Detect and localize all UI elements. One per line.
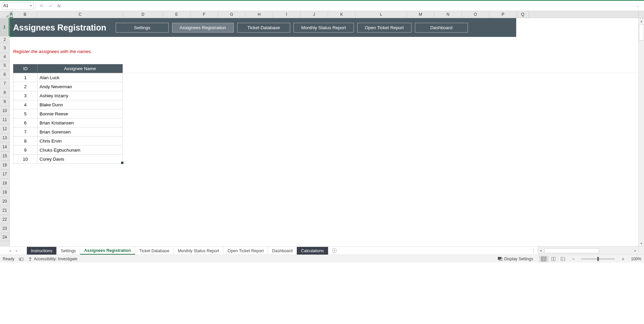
col-header-F[interactable]: F xyxy=(191,11,218,18)
col-header-I[interactable]: I xyxy=(273,11,301,18)
formula-bar-expand-icon[interactable]: ⌄ xyxy=(635,3,641,9)
col-header-L[interactable]: L xyxy=(356,11,407,18)
tab-nav-next-icon[interactable]: ▸ xyxy=(16,249,18,253)
cell-id[interactable]: 4 xyxy=(13,100,38,109)
cell-id[interactable]: 2 xyxy=(13,82,38,91)
table-row[interactable]: 7Brian Sorensen xyxy=(13,127,123,137)
confirm-formula-button[interactable]: ✓ xyxy=(47,2,55,9)
row-header-20[interactable]: 20 xyxy=(0,197,9,206)
sheet-tab-calculations[interactable]: Calculations xyxy=(297,247,328,255)
zoom-out-button[interactable]: − xyxy=(571,256,576,262)
tab-menu-icon[interactable]: ⋮ xyxy=(530,247,538,255)
table-row[interactable]: 1Alan Luck xyxy=(13,73,123,82)
row-header-5[interactable]: 5 xyxy=(0,61,9,70)
scroll-down-icon[interactable]: ▾ xyxy=(639,240,644,246)
horizontal-scrollbar[interactable]: ◂ ▸ xyxy=(538,247,638,255)
hscroll-track[interactable] xyxy=(544,248,633,254)
sheet-tab-assignees-registration[interactable]: Assignees Registration xyxy=(80,247,135,255)
row-header-18[interactable]: 18 xyxy=(0,179,9,188)
tab-nav-prev-icon[interactable]: ◂ xyxy=(9,249,11,253)
table-row[interactable]: 5Bonnie Reese xyxy=(13,109,123,118)
sheet-tab-monthly-status-report[interactable]: Monthly Status Report xyxy=(174,247,224,255)
fx-icon[interactable]: fx xyxy=(57,3,61,8)
cell-id[interactable]: 8 xyxy=(13,137,38,146)
col-header-Q[interactable]: Q xyxy=(517,11,529,18)
row-header-19[interactable]: 19 xyxy=(0,188,9,197)
col-header-A[interactable]: A xyxy=(10,11,13,18)
row-header-10[interactable]: 10 xyxy=(0,106,9,115)
col-header-D[interactable]: D xyxy=(123,11,163,18)
zoom-level[interactable]: 100% xyxy=(631,257,641,261)
row-header-16[interactable]: 16 xyxy=(0,161,9,170)
cell-name[interactable]: Andy Neverman xyxy=(38,82,123,91)
col-header-M[interactable]: M xyxy=(407,11,434,18)
row-header-14[interactable]: 14 xyxy=(0,143,9,152)
view-page-layout-button[interactable] xyxy=(548,256,558,262)
col-header-H[interactable]: H xyxy=(246,11,273,18)
cell-id[interactable]: 6 xyxy=(13,118,38,127)
row-header-2[interactable]: 2 xyxy=(0,36,9,43)
cell-name[interactable]: Blake Dunn xyxy=(38,100,123,109)
zoom-in-button[interactable]: + xyxy=(620,256,626,262)
accessibility-status[interactable]: Accessibility: Investigate xyxy=(28,257,77,261)
sheet-tab-ticket-database[interactable]: Ticket Database xyxy=(135,247,174,255)
col-header-O[interactable]: O xyxy=(462,11,489,18)
zoom-slider[interactable] xyxy=(581,258,615,260)
row-header-23[interactable]: 23 xyxy=(0,224,9,233)
scroll-up-icon[interactable]: ▴ xyxy=(639,18,644,24)
col-header-name[interactable]: Assignee Name xyxy=(38,64,123,73)
table-row[interactable]: 3Ashley Irizarry xyxy=(13,91,123,100)
row-header-24[interactable]: 24 xyxy=(0,233,9,241)
cell-name[interactable]: Chris Ervin xyxy=(38,137,123,146)
nav-button-monthly-status-report[interactable]: Monthly Status Report xyxy=(293,23,354,33)
scroll-right-icon[interactable]: ▸ xyxy=(633,248,638,254)
row-header-22[interactable]: 22 xyxy=(0,215,9,224)
select-all-corner[interactable] xyxy=(0,11,10,18)
cell-name[interactable]: Bonnie Reese xyxy=(38,109,123,118)
col-header-C[interactable]: C xyxy=(37,11,123,18)
cell-name[interactable]: Corey Davis xyxy=(38,155,123,164)
name-box-dropdown-icon[interactable]: ▾ xyxy=(30,4,32,7)
view-normal-button[interactable] xyxy=(539,256,548,262)
macro-record-icon[interactable] xyxy=(18,256,24,262)
row-header-11[interactable]: 11 xyxy=(0,115,9,124)
sheet-tab-dashboard[interactable]: Dashboard xyxy=(268,247,297,255)
cell-name[interactable]: Brian Kristiansen xyxy=(38,118,123,127)
cell-id[interactable]: 3 xyxy=(13,91,38,100)
nav-button-assignees-registration[interactable]: Assignees Registration xyxy=(172,23,234,33)
cell-id[interactable]: 5 xyxy=(13,109,38,118)
row-header-9[interactable]: 9 xyxy=(0,97,9,106)
hscroll-thumb[interactable] xyxy=(544,248,599,253)
cell-name[interactable]: Brian Sorensen xyxy=(38,127,123,137)
col-header-K[interactable]: K xyxy=(328,11,356,18)
table-row[interactable]: 4Blake Dunn xyxy=(13,100,123,109)
sheet-tab-instructions[interactable]: Instructions xyxy=(27,247,57,255)
col-header-P[interactable]: P xyxy=(489,11,517,18)
vertical-scrollbar[interactable]: ▴ ▾ xyxy=(638,18,644,246)
cell-name[interactable]: Alan Luck xyxy=(38,73,123,82)
sheet-tab-settings[interactable]: Settings xyxy=(57,247,80,255)
nav-button-dashboard[interactable]: Dashboard xyxy=(415,23,468,33)
row-header-15[interactable]: 15 xyxy=(0,152,9,161)
row-header-8[interactable]: 8 xyxy=(0,88,9,97)
add-sheet-button[interactable] xyxy=(328,247,340,255)
row-header-21[interactable]: 21 xyxy=(0,206,9,215)
row-header-12[interactable]: 12 xyxy=(0,124,9,133)
row-header-4[interactable]: 4 xyxy=(0,53,9,61)
name-box[interactable]: A1 ▾ xyxy=(2,2,34,9)
row-header-1[interactable]: 1 xyxy=(0,18,9,36)
view-page-break-button[interactable] xyxy=(558,256,567,262)
table-row[interactable]: 6Brian Kristiansen xyxy=(13,118,123,127)
scroll-left-icon[interactable]: ◂ xyxy=(538,248,544,254)
nav-button-ticket-database[interactable]: Ticket Database xyxy=(237,23,290,33)
col-header-E[interactable]: E xyxy=(163,11,191,18)
row-header-7[interactable]: 7 xyxy=(0,79,9,88)
formula-input[interactable] xyxy=(63,2,633,9)
table-resize-handle[interactable] xyxy=(121,162,123,164)
row-header-17[interactable]: 17 xyxy=(0,170,9,179)
row-header-6[interactable]: 6 xyxy=(0,70,9,79)
table-row[interactable]: 8Chris Ervin xyxy=(13,137,123,146)
display-settings-button[interactable]: Display Settings xyxy=(497,257,533,261)
table-row[interactable]: 2Andy Neverman xyxy=(13,82,123,91)
cell-id[interactable]: 1 xyxy=(13,73,38,82)
